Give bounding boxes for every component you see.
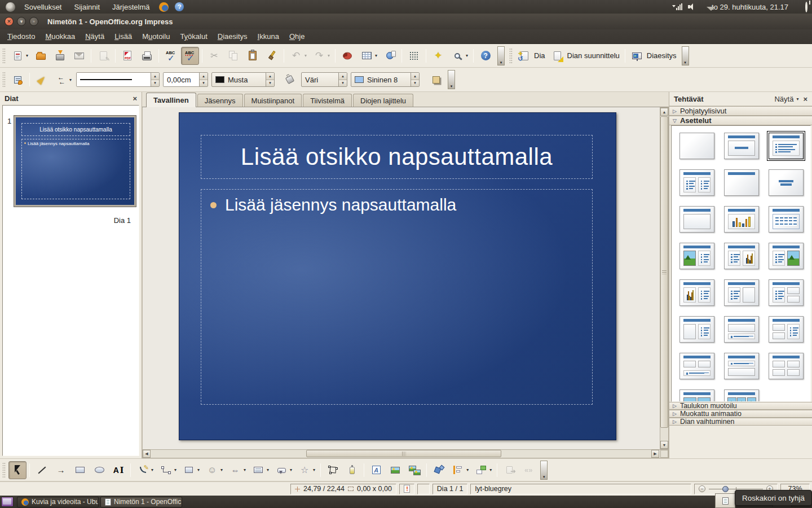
extrusion-button[interactable]: «»: [519, 461, 537, 479]
email-button[interactable]: [70, 47, 88, 65]
power-icon[interactable]: [805, 3, 807, 11]
arrow-style-button[interactable]: ←← ▾: [52, 71, 74, 89]
alignment-button[interactable]: ▾: [449, 461, 471, 479]
zoom-out-icon[interactable]: −: [699, 485, 705, 492]
dropdown-arrow-icon[interactable]: ▾: [26, 53, 28, 58]
section-muokattu-animaatio[interactable]: ▷Muokattu animaatio: [669, 410, 812, 418]
section-dian-vaihtuminen[interactable]: ▷Dian vaihtuminen: [669, 418, 812, 426]
dropdown-arrow-icon[interactable]: ▾: [466, 467, 469, 472]
cut-button[interactable]: ✂: [205, 47, 223, 65]
fill-style-button[interactable]: [281, 71, 299, 89]
print-button[interactable]: [138, 47, 156, 65]
tasks-pane-close-icon[interactable]: ×: [803, 95, 807, 103]
tab-tiivistelm-[interactable]: Tiivistelmä: [303, 94, 352, 107]
tray-document-icon[interactable]: [715, 493, 735, 508]
dropdown-arrow-icon[interactable]: ▾: [174, 467, 176, 472]
toolbar-overflow-button[interactable]: ▾: [497, 46, 505, 65]
layout-item-13[interactable]: [679, 279, 714, 306]
menu-ikkuna[interactable]: Ikkuna: [253, 32, 284, 41]
window-maximize-button[interactable]: ▫: [29, 17, 38, 26]
line-style-spinner[interactable]: ▲▼: [151, 73, 159, 86]
ellipse-button[interactable]: [90, 461, 108, 479]
tasks-pane-view-button[interactable]: Näytä: [774, 95, 793, 103]
slide-show-button[interactable]: Diaesitys: [628, 47, 679, 65]
menu-muotoilu[interactable]: Muotoilu: [137, 32, 175, 41]
save-button[interactable]: [51, 47, 69, 65]
fill-type-spinner[interactable]: ▲▼: [338, 73, 347, 86]
line-button[interactable]: [33, 461, 51, 479]
toolbar-overflow-button[interactable]: ▾: [448, 70, 455, 89]
layout-item-18[interactable]: [769, 316, 804, 343]
toolbar-handle[interactable]: [509, 48, 513, 64]
section-asettelut[interactable]: ▽Asettelut: [669, 116, 812, 125]
show-desktop-button[interactable]: [1, 497, 14, 507]
from-file-button[interactable]: [386, 461, 404, 479]
dropdown-arrow-icon[interactable]: ▾: [313, 467, 315, 472]
toolbar-handle[interactable]: [2, 48, 6, 64]
layout-item-15[interactable]: [769, 279, 804, 306]
layout-item-19[interactable]: [679, 353, 714, 379]
dropdown-arrow-icon[interactable]: ▾: [267, 467, 269, 472]
fill-color-spinner[interactable]: ▲▼: [411, 73, 419, 86]
slide-page[interactable]: Lisää otsikko napsauttamalla Lisää jäsen…: [179, 112, 616, 440]
scroll-down-icon[interactable]: ▼: [660, 441, 668, 449]
basic-shapes-button[interactable]: ▾: [180, 461, 202, 479]
line-width-spinner[interactable]: ▲▼: [199, 73, 208, 86]
title-placeholder[interactable]: Lisää otsikko napsauttamalla: [201, 135, 593, 179]
section-taulukon-muotoilu[interactable]: ▷Taulukon muotoilu: [669, 402, 812, 410]
dropdown-arrow-icon[interactable]: ▾: [466, 53, 468, 58]
new-slide-button[interactable]: +↺Dia: [515, 47, 548, 65]
help-launcher-icon[interactable]: ?: [173, 1, 186, 13]
layout-item-10[interactable]: [679, 243, 714, 269]
tab-diojen-lajittelu[interactable]: Diojen lajittelu: [353, 94, 413, 107]
callouts-button[interactable]: ▾: [272, 461, 294, 479]
slide-design-button[interactable]: Dian suunnittelu: [549, 47, 622, 65]
line-color-select[interactable]: Musta ▲▼: [211, 72, 275, 87]
fill-color-select[interactable]: Sininen 8 ▲▼: [351, 72, 420, 87]
styles-and-formatting-button[interactable]: [8, 71, 27, 89]
toolbar-handle[interactable]: [2, 72, 6, 87]
shadow-toggle-button[interactable]: [427, 71, 445, 89]
window-titlebar[interactable]: ✕ ▾ ▫ Nimetön 1 - OpenOffice.org Impress: [0, 14, 812, 29]
slides-pane-close-icon[interactable]: ×: [133, 94, 137, 103]
line-width-field[interactable]: 0,00cm ▲▼: [163, 72, 208, 87]
undo-button[interactable]: ↶▾: [287, 47, 309, 65]
zoom-button[interactable]: ▾: [448, 47, 470, 65]
text-button[interactable]: AI: [109, 461, 127, 479]
slide-thumbnail[interactable]: Lisää otsikko napsauttamalla Lisää jäsen…: [14, 116, 136, 207]
redo-button[interactable]: ↷▾: [310, 47, 332, 65]
chart-button[interactable]: [338, 47, 356, 65]
rectangle-button[interactable]: [71, 461, 89, 479]
fontwork-button[interactable]: A: [367, 461, 385, 479]
volume-icon[interactable]: [688, 3, 696, 10]
menu-system[interactable]: Järjestelmä: [107, 3, 155, 11]
rotate-button[interactable]: [430, 461, 448, 479]
layout-item-6[interactable]: [769, 169, 804, 196]
menu-applications[interactable]: Sovellukset: [19, 3, 67, 11]
dropdown-arrow-icon[interactable]: ▾: [220, 467, 223, 472]
curve-button[interactable]: ✎▾: [134, 461, 156, 479]
dropdown-arrow-icon[interactable]: ▾: [197, 467, 200, 472]
interaction-button[interactable]: ➜: [500, 461, 518, 479]
copy-button[interactable]: [224, 47, 242, 65]
layout-item-20[interactable]: [724, 353, 759, 379]
help-button[interactable]: ?: [476, 47, 495, 65]
section-pohjatyylisivut[interactable]: ▷Pohjatyylisivut: [669, 106, 812, 116]
navigator-button[interactable]: ✦: [429, 47, 447, 65]
format-paintbrush-button[interactable]: [263, 47, 281, 65]
menu-places[interactable]: Sijainnit: [69, 3, 105, 11]
fill-type-select[interactable]: Väri ▲▼: [301, 72, 347, 87]
layout-item-8[interactable]: [724, 206, 759, 233]
horizontal-scroll-thumb[interactable]: [306, 450, 501, 457]
menu-diaesitys[interactable]: Diaesitys: [213, 32, 253, 41]
arrow-button[interactable]: →: [52, 461, 70, 479]
layout-item-7[interactable]: [679, 206, 714, 233]
clock[interactable]: to 29. huhtikuuta, 21.17: [712, 3, 788, 11]
taskbar-task-firefox[interactable]: Kuvia ja videoita - Ubu...: [17, 497, 99, 507]
layout-item-23[interactable]: [724, 389, 759, 402]
layout-item-16[interactable]: [679, 316, 714, 343]
window-close-button[interactable]: ✕: [5, 17, 14, 26]
slide-canvas[interactable]: Lisää otsikko napsauttamalla Lisää jäsen…: [142, 107, 669, 449]
layout-item-9[interactable]: [769, 206, 804, 233]
dropdown-arrow-icon[interactable]: ▾: [304, 53, 307, 58]
